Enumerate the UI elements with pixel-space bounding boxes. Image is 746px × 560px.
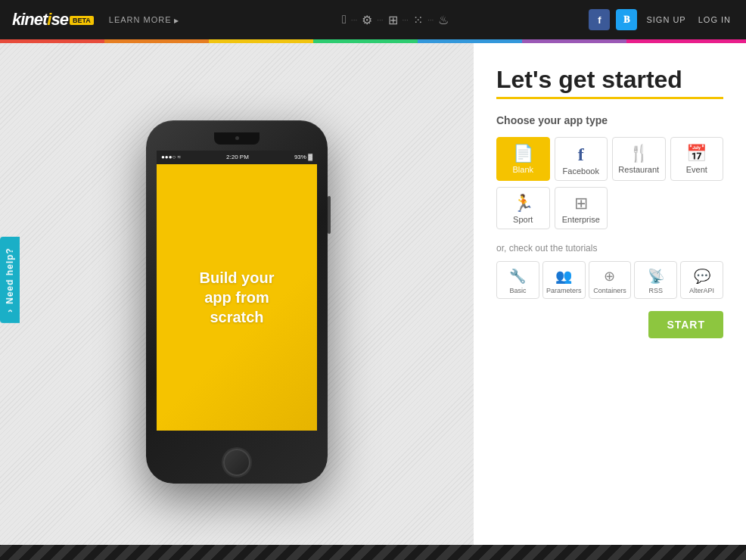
right-panel: Let's get started Choose your app type 📄… <box>474 43 746 560</box>
sport-icon: 🏃 <box>513 195 533 212</box>
main-content: ●●●○ ≈ 2:20 PM 93% ▓ Build your app from… <box>0 43 746 560</box>
phone-body: ●●●○ ≈ 2:20 PM 93% ▓ Build your app from… <box>146 120 328 484</box>
start-button[interactable]: START <box>648 311 723 338</box>
app-type-facebook[interactable]: f Facebook <box>555 137 608 181</box>
alterapi-icon: 💬 <box>694 268 710 285</box>
phone-screen: Build your app from scratch <box>157 164 317 431</box>
choose-label: Choose your app type <box>496 114 723 126</box>
tutorial-basic[interactable]: 🔧 Basic <box>496 261 539 299</box>
phone-container: ●●●○ ≈ 2:20 PM 93% ▓ Build your app from… <box>146 105 328 499</box>
nav-right: f 𝐁 SIGN UP LOG IN <box>589 9 734 30</box>
phone-area: ●●●○ ≈ 2:20 PM 93% ▓ Build your app from… <box>0 43 474 560</box>
learn-more-link[interactable]: LEARN MORE <box>109 15 179 24</box>
phone-notch <box>214 132 260 145</box>
rss-label: RSS <box>649 287 664 294</box>
phone-home-button <box>223 449 250 476</box>
app-type-sport[interactable]: 🏃 Sport <box>496 187 550 229</box>
twitter-social-btn[interactable]: 𝐁 <box>616 9 637 30</box>
start-row: START <box>496 311 723 338</box>
parameters-icon: 👥 <box>555 268 572 285</box>
restaurant-label: Restaurant <box>618 165 659 174</box>
phone-side-button <box>328 196 331 234</box>
app-type-grid-row1: 📄 Blank f Facebook 🍴 Restaurant 📅 Event <box>496 137 723 181</box>
tutorial-parameters[interactable]: 👥 Parameters <box>542 261 586 299</box>
apple-icon:  <box>342 13 347 26</box>
brand-name: kinetise <box>12 10 68 30</box>
facebook-icon: f <box>578 145 584 163</box>
navbar: kinetise BETA LEARN MORE  ··· ⚙ ··· ⊞ ·… <box>0 0 746 39</box>
beta-badge: BETA <box>70 16 94 25</box>
facebook-label: Facebook <box>563 166 599 176</box>
tutorials-label: or, check out the tutorials <box>496 243 723 254</box>
blank-label: Blank <box>512 165 533 174</box>
blank-icon: 📄 <box>513 145 533 162</box>
app-type-enterprise[interactable]: ⊞ Enterprise <box>555 187 608 229</box>
app-type-grid-row2: 🏃 Sport ⊞ Enterprise <box>496 187 723 229</box>
title-underline <box>496 97 723 99</box>
tutorial-rss[interactable]: 📡 RSS <box>634 261 677 299</box>
restaurant-icon: 🍴 <box>629 145 649 162</box>
alterapi-label: AlterAPI <box>689 287 714 294</box>
windows-icon: ⊞ <box>388 13 398 27</box>
app-type-event[interactable]: 📅 Event <box>670 137 724 181</box>
platform-icons:  ··· ⚙ ··· ⊞ ··· ⁙ ··· ♨ <box>202 13 589 27</box>
event-label: Event <box>686 165 707 174</box>
signup-link[interactable]: SIGN UP <box>643 15 688 24</box>
tutorial-alterapi[interactable]: 💬 AlterAPI <box>680 261 723 299</box>
battery-status: 93% ▓ <box>294 154 312 160</box>
login-link[interactable]: LOG IN <box>695 15 734 24</box>
enterprise-icon: ⊞ <box>574 195 588 212</box>
android-icon: ⚙ <box>362 13 372 27</box>
time-status: 2:20 PM <box>226 154 249 160</box>
app-type-restaurant[interactable]: 🍴 Restaurant <box>612 137 666 181</box>
phone-screen-text: Build your app from scratch <box>192 260 282 334</box>
tutorials-grid: 🔧 Basic 👥 Parameters ⊕ Containers 📡 RSS … <box>496 261 723 299</box>
enterprise-label: Enterprise <box>562 215 600 224</box>
rss-icon: 📡 <box>648 268 664 285</box>
basic-label: Basic <box>509 287 526 294</box>
tutorial-containers[interactable]: ⊕ Containers <box>589 261 632 299</box>
need-help-tab[interactable]: › Need help? <box>0 237 20 323</box>
camera-dot <box>235 136 239 140</box>
facebook-social-btn[interactable]: f <box>589 9 610 30</box>
containers-icon: ⊕ <box>604 268 615 285</box>
blackberry-icon: ⁙ <box>413 13 423 27</box>
event-icon: 📅 <box>686 145 707 162</box>
brand-logo[interactable]: kinetise BETA <box>12 10 94 30</box>
phone-status-bar: ●●●○ ≈ 2:20 PM 93% ▓ <box>157 151 317 164</box>
sport-label: Sport <box>513 215 533 224</box>
bottom-stripe <box>0 545 746 560</box>
containers-label: Containers <box>593 287 626 294</box>
parameters-label: Parameters <box>546 287 582 294</box>
basic-icon: 🔧 <box>509 268 526 285</box>
page-title: Let's get started <box>496 66 723 94</box>
app-type-blank[interactable]: 📄 Blank <box>496 137 550 181</box>
need-help-arrow: › <box>5 309 15 313</box>
java-icon: ♨ <box>438 13 449 27</box>
signal-status: ●●●○ ≈ <box>161 154 181 160</box>
phone-screen-inner: Build your app from scratch <box>157 164 317 431</box>
need-help-label: Need help? <box>5 247 15 304</box>
